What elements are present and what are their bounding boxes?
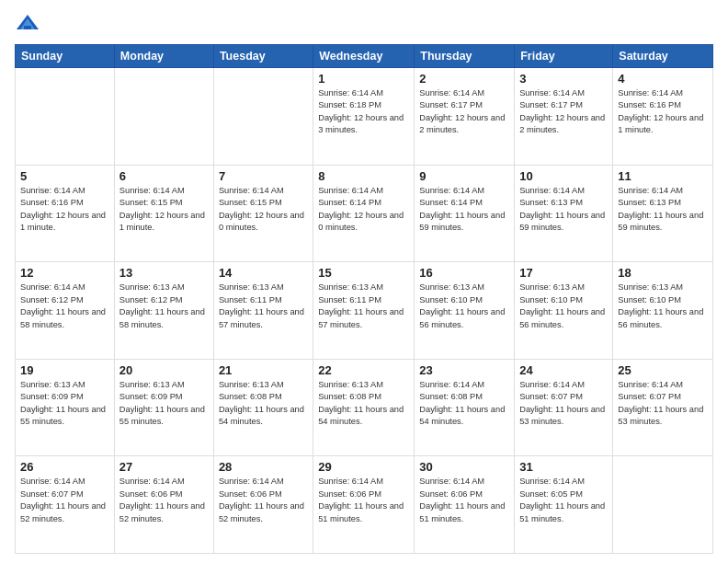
day-number: 23 bbox=[419, 363, 509, 377]
day-info: Sunrise: 6:14 AM Sunset: 6:17 PM Dayligh… bbox=[519, 87, 608, 137]
day-cell: 28Sunrise: 6:14 AM Sunset: 6:06 PM Dayli… bbox=[213, 456, 313, 554]
day-cell: 17Sunrise: 6:13 AM Sunset: 6:10 PM Dayli… bbox=[515, 262, 613, 360]
day-number: 17 bbox=[519, 266, 608, 280]
week-row-4: 26Sunrise: 6:14 AM Sunset: 6:07 PM Dayli… bbox=[16, 456, 713, 554]
day-info: Sunrise: 6:14 AM Sunset: 6:16 PM Dayligh… bbox=[618, 87, 708, 137]
day-info: Sunrise: 6:13 AM Sunset: 6:08 PM Dayligh… bbox=[318, 379, 409, 429]
day-info: Sunrise: 6:14 AM Sunset: 6:08 PM Dayligh… bbox=[419, 379, 509, 429]
day-number: 30 bbox=[419, 460, 509, 474]
day-number: 28 bbox=[219, 460, 308, 474]
day-cell: 18Sunrise: 6:13 AM Sunset: 6:10 PM Dayli… bbox=[613, 262, 713, 360]
day-info: Sunrise: 6:13 AM Sunset: 6:10 PM Dayligh… bbox=[419, 282, 509, 331]
day-number: 4 bbox=[618, 72, 708, 86]
day-info: Sunrise: 6:14 AM Sunset: 6:06 PM Dayligh… bbox=[318, 476, 409, 525]
day-info: Sunrise: 6:14 AM Sunset: 6:15 PM Dayligh… bbox=[219, 185, 308, 235]
day-number: 7 bbox=[219, 169, 308, 183]
day-cell bbox=[213, 68, 313, 166]
day-cell: 7Sunrise: 6:14 AM Sunset: 6:15 PM Daylig… bbox=[213, 165, 313, 262]
day-info: Sunrise: 6:14 AM Sunset: 6:13 PM Dayligh… bbox=[618, 185, 708, 235]
logo bbox=[15, 11, 44, 37]
day-number: 15 bbox=[318, 266, 409, 280]
day-number: 12 bbox=[20, 266, 109, 280]
day-cell: 14Sunrise: 6:13 AM Sunset: 6:11 PM Dayli… bbox=[213, 262, 313, 360]
day-number: 8 bbox=[318, 169, 409, 183]
day-number: 18 bbox=[618, 266, 708, 280]
day-info: Sunrise: 6:14 AM Sunset: 6:18 PM Dayligh… bbox=[318, 87, 409, 137]
day-info: Sunrise: 6:13 AM Sunset: 6:11 PM Dayligh… bbox=[219, 282, 308, 331]
day-cell: 1Sunrise: 6:14 AM Sunset: 6:18 PM Daylig… bbox=[313, 68, 415, 166]
day-cell: 9Sunrise: 6:14 AM Sunset: 6:14 PM Daylig… bbox=[415, 165, 515, 262]
day-number: 14 bbox=[219, 266, 308, 280]
day-number: 1 bbox=[318, 72, 409, 86]
day-info: Sunrise: 6:13 AM Sunset: 6:09 PM Dayligh… bbox=[119, 379, 209, 429]
day-info: Sunrise: 6:14 AM Sunset: 6:14 PM Dayligh… bbox=[419, 185, 509, 235]
day-info: Sunrise: 6:14 AM Sunset: 6:07 PM Dayligh… bbox=[618, 379, 708, 429]
day-number: 3 bbox=[519, 72, 608, 86]
logo-icon bbox=[15, 11, 40, 37]
day-cell: 6Sunrise: 6:14 AM Sunset: 6:15 PM Daylig… bbox=[114, 165, 213, 262]
day-info: Sunrise: 6:13 AM Sunset: 6:12 PM Dayligh… bbox=[119, 282, 209, 331]
day-cell bbox=[114, 68, 213, 166]
day-cell: 19Sunrise: 6:13 AM Sunset: 6:09 PM Dayli… bbox=[16, 359, 115, 456]
calendar-header-row: SundayMondayTuesdayWednesdayThursdayFrid… bbox=[16, 45, 713, 68]
day-number: 16 bbox=[419, 266, 509, 280]
week-row-3: 19Sunrise: 6:13 AM Sunset: 6:09 PM Dayli… bbox=[16, 359, 713, 456]
day-cell: 22Sunrise: 6:13 AM Sunset: 6:08 PM Dayli… bbox=[313, 359, 415, 456]
day-info: Sunrise: 6:14 AM Sunset: 6:07 PM Dayligh… bbox=[20, 476, 109, 525]
day-cell: 31Sunrise: 6:14 AM Sunset: 6:05 PM Dayli… bbox=[515, 456, 613, 554]
day-info: Sunrise: 6:14 AM Sunset: 6:17 PM Dayligh… bbox=[419, 87, 509, 137]
col-header-monday: Monday bbox=[114, 45, 213, 68]
day-number: 31 bbox=[519, 460, 608, 474]
day-cell: 3Sunrise: 6:14 AM Sunset: 6:17 PM Daylig… bbox=[515, 68, 613, 166]
day-info: Sunrise: 6:13 AM Sunset: 6:08 PM Dayligh… bbox=[219, 379, 308, 429]
day-cell: 21Sunrise: 6:13 AM Sunset: 6:08 PM Dayli… bbox=[213, 359, 313, 456]
day-info: Sunrise: 6:14 AM Sunset: 6:05 PM Dayligh… bbox=[519, 476, 608, 525]
day-info: Sunrise: 6:14 AM Sunset: 6:06 PM Dayligh… bbox=[419, 476, 509, 525]
day-info: Sunrise: 6:13 AM Sunset: 6:10 PM Dayligh… bbox=[618, 282, 708, 331]
day-cell bbox=[613, 456, 713, 554]
day-cell: 4Sunrise: 6:14 AM Sunset: 6:16 PM Daylig… bbox=[613, 68, 713, 166]
col-header-sunday: Sunday bbox=[16, 45, 115, 68]
day-cell: 27Sunrise: 6:14 AM Sunset: 6:06 PM Dayli… bbox=[114, 456, 213, 554]
day-info: Sunrise: 6:13 AM Sunset: 6:09 PM Dayligh… bbox=[20, 379, 109, 429]
day-number: 2 bbox=[419, 72, 509, 86]
day-cell: 29Sunrise: 6:14 AM Sunset: 6:06 PM Dayli… bbox=[313, 456, 415, 554]
col-header-tuesday: Tuesday bbox=[213, 45, 313, 68]
day-info: Sunrise: 6:14 AM Sunset: 6:12 PM Dayligh… bbox=[20, 282, 109, 331]
day-number: 26 bbox=[20, 460, 109, 474]
col-header-friday: Friday bbox=[515, 45, 613, 68]
day-info: Sunrise: 6:14 AM Sunset: 6:13 PM Dayligh… bbox=[519, 185, 608, 235]
day-info: Sunrise: 6:14 AM Sunset: 6:06 PM Dayligh… bbox=[219, 476, 308, 525]
day-cell: 2Sunrise: 6:14 AM Sunset: 6:17 PM Daylig… bbox=[415, 68, 515, 166]
day-cell bbox=[16, 68, 115, 166]
day-cell: 5Sunrise: 6:14 AM Sunset: 6:16 PM Daylig… bbox=[16, 165, 115, 262]
day-info: Sunrise: 6:13 AM Sunset: 6:10 PM Dayligh… bbox=[519, 282, 608, 331]
day-cell: 15Sunrise: 6:13 AM Sunset: 6:11 PM Dayli… bbox=[313, 262, 415, 360]
day-number: 11 bbox=[618, 169, 708, 183]
day-cell: 11Sunrise: 6:14 AM Sunset: 6:13 PM Dayli… bbox=[613, 165, 713, 262]
week-row-2: 12Sunrise: 6:14 AM Sunset: 6:12 PM Dayli… bbox=[16, 262, 713, 360]
day-number: 5 bbox=[20, 169, 109, 183]
col-header-wednesday: Wednesday bbox=[313, 45, 415, 68]
day-number: 20 bbox=[119, 363, 209, 377]
day-cell: 16Sunrise: 6:13 AM Sunset: 6:10 PM Dayli… bbox=[415, 262, 515, 360]
day-number: 6 bbox=[119, 169, 209, 183]
day-number: 25 bbox=[618, 363, 708, 377]
page: SundayMondayTuesdayWednesdayThursdayFrid… bbox=[0, 0, 728, 563]
day-number: 10 bbox=[519, 169, 608, 183]
day-cell: 30Sunrise: 6:14 AM Sunset: 6:06 PM Dayli… bbox=[415, 456, 515, 554]
day-cell: 26Sunrise: 6:14 AM Sunset: 6:07 PM Dayli… bbox=[16, 456, 115, 554]
day-number: 9 bbox=[419, 169, 509, 183]
week-row-0: 1Sunrise: 6:14 AM Sunset: 6:18 PM Daylig… bbox=[16, 68, 713, 166]
day-number: 27 bbox=[119, 460, 209, 474]
day-info: Sunrise: 6:13 AM Sunset: 6:11 PM Dayligh… bbox=[318, 282, 409, 331]
col-header-thursday: Thursday bbox=[415, 45, 515, 68]
day-number: 19 bbox=[20, 363, 109, 377]
day-cell: 25Sunrise: 6:14 AM Sunset: 6:07 PM Dayli… bbox=[613, 359, 713, 456]
day-cell: 23Sunrise: 6:14 AM Sunset: 6:08 PM Dayli… bbox=[415, 359, 515, 456]
day-info: Sunrise: 6:14 AM Sunset: 6:14 PM Dayligh… bbox=[318, 185, 409, 235]
day-cell: 20Sunrise: 6:13 AM Sunset: 6:09 PM Dayli… bbox=[114, 359, 213, 456]
svg-rect-2 bbox=[24, 26, 31, 29]
day-number: 13 bbox=[119, 266, 209, 280]
day-info: Sunrise: 6:14 AM Sunset: 6:06 PM Dayligh… bbox=[119, 476, 209, 525]
